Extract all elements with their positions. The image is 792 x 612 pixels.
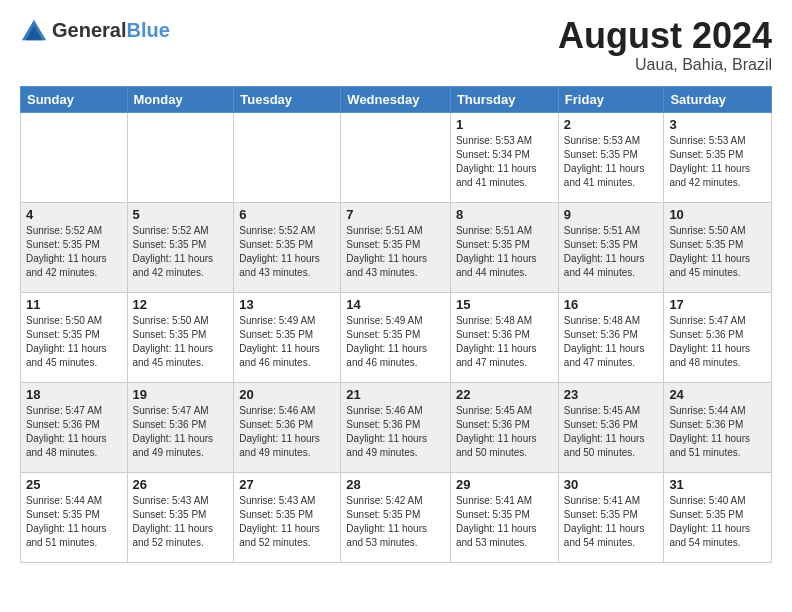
day-info: Sunrise: 5:46 AM Sunset: 5:36 PM Dayligh… bbox=[346, 404, 445, 460]
day-number: 10 bbox=[669, 207, 766, 222]
day-number: 22 bbox=[456, 387, 553, 402]
day-info: Sunrise: 5:49 AM Sunset: 5:35 PM Dayligh… bbox=[239, 314, 335, 370]
calendar-cell bbox=[127, 112, 234, 202]
header: GeneralBlue August 2024 Uaua, Bahia, Bra… bbox=[20, 16, 772, 74]
calendar-week-row-2: 4Sunrise: 5:52 AM Sunset: 5:35 PM Daylig… bbox=[21, 202, 772, 292]
day-info: Sunrise: 5:50 AM Sunset: 5:35 PM Dayligh… bbox=[26, 314, 122, 370]
header-tuesday: Tuesday bbox=[234, 86, 341, 112]
day-info: Sunrise: 5:52 AM Sunset: 5:35 PM Dayligh… bbox=[133, 224, 229, 280]
day-number: 18 bbox=[26, 387, 122, 402]
day-info: Sunrise: 5:41 AM Sunset: 5:35 PM Dayligh… bbox=[456, 494, 553, 550]
day-info: Sunrise: 5:53 AM Sunset: 5:35 PM Dayligh… bbox=[669, 134, 766, 190]
calendar-cell: 25Sunrise: 5:44 AM Sunset: 5:35 PM Dayli… bbox=[21, 472, 128, 562]
day-info: Sunrise: 5:50 AM Sunset: 5:35 PM Dayligh… bbox=[669, 224, 766, 280]
day-number: 15 bbox=[456, 297, 553, 312]
day-info: Sunrise: 5:45 AM Sunset: 5:36 PM Dayligh… bbox=[564, 404, 659, 460]
calendar-cell: 17Sunrise: 5:47 AM Sunset: 5:36 PM Dayli… bbox=[664, 292, 772, 382]
day-number: 25 bbox=[26, 477, 122, 492]
day-info: Sunrise: 5:42 AM Sunset: 5:35 PM Dayligh… bbox=[346, 494, 445, 550]
logo: GeneralBlue bbox=[20, 16, 170, 44]
calendar-week-row-5: 25Sunrise: 5:44 AM Sunset: 5:35 PM Dayli… bbox=[21, 472, 772, 562]
day-number: 1 bbox=[456, 117, 553, 132]
day-number: 9 bbox=[564, 207, 659, 222]
calendar-cell: 19Sunrise: 5:47 AM Sunset: 5:36 PM Dayli… bbox=[127, 382, 234, 472]
calendar-cell: 13Sunrise: 5:49 AM Sunset: 5:35 PM Dayli… bbox=[234, 292, 341, 382]
day-info: Sunrise: 5:48 AM Sunset: 5:36 PM Dayligh… bbox=[456, 314, 553, 370]
day-number: 20 bbox=[239, 387, 335, 402]
calendar-cell: 24Sunrise: 5:44 AM Sunset: 5:36 PM Dayli… bbox=[664, 382, 772, 472]
day-info: Sunrise: 5:44 AM Sunset: 5:35 PM Dayligh… bbox=[26, 494, 122, 550]
day-info: Sunrise: 5:48 AM Sunset: 5:36 PM Dayligh… bbox=[564, 314, 659, 370]
calendar-cell: 22Sunrise: 5:45 AM Sunset: 5:36 PM Dayli… bbox=[450, 382, 558, 472]
day-number: 14 bbox=[346, 297, 445, 312]
day-info: Sunrise: 5:53 AM Sunset: 5:34 PM Dayligh… bbox=[456, 134, 553, 190]
day-info: Sunrise: 5:51 AM Sunset: 5:35 PM Dayligh… bbox=[564, 224, 659, 280]
day-info: Sunrise: 5:46 AM Sunset: 5:36 PM Dayligh… bbox=[239, 404, 335, 460]
logo-general: General bbox=[52, 19, 126, 41]
day-number: 21 bbox=[346, 387, 445, 402]
day-number: 4 bbox=[26, 207, 122, 222]
calendar-cell: 15Sunrise: 5:48 AM Sunset: 5:36 PM Dayli… bbox=[450, 292, 558, 382]
day-info: Sunrise: 5:47 AM Sunset: 5:36 PM Dayligh… bbox=[26, 404, 122, 460]
day-number: 26 bbox=[133, 477, 229, 492]
logo-blue: Blue bbox=[126, 19, 169, 41]
day-info: Sunrise: 5:45 AM Sunset: 5:36 PM Dayligh… bbox=[456, 404, 553, 460]
header-sunday: Sunday bbox=[21, 86, 128, 112]
calendar-cell: 1Sunrise: 5:53 AM Sunset: 5:34 PM Daylig… bbox=[450, 112, 558, 202]
calendar-cell bbox=[234, 112, 341, 202]
calendar-cell: 8Sunrise: 5:51 AM Sunset: 5:35 PM Daylig… bbox=[450, 202, 558, 292]
day-number: 8 bbox=[456, 207, 553, 222]
header-monday: Monday bbox=[127, 86, 234, 112]
day-number: 28 bbox=[346, 477, 445, 492]
calendar-cell: 14Sunrise: 5:49 AM Sunset: 5:35 PM Dayli… bbox=[341, 292, 451, 382]
calendar-cell: 10Sunrise: 5:50 AM Sunset: 5:35 PM Dayli… bbox=[664, 202, 772, 292]
day-info: Sunrise: 5:52 AM Sunset: 5:35 PM Dayligh… bbox=[239, 224, 335, 280]
calendar-cell: 21Sunrise: 5:46 AM Sunset: 5:36 PM Dayli… bbox=[341, 382, 451, 472]
day-number: 11 bbox=[26, 297, 122, 312]
day-info: Sunrise: 5:53 AM Sunset: 5:35 PM Dayligh… bbox=[564, 134, 659, 190]
day-info: Sunrise: 5:49 AM Sunset: 5:35 PM Dayligh… bbox=[346, 314, 445, 370]
day-number: 12 bbox=[133, 297, 229, 312]
calendar-title: August 2024 bbox=[558, 16, 772, 56]
day-info: Sunrise: 5:51 AM Sunset: 5:35 PM Dayligh… bbox=[456, 224, 553, 280]
day-number: 16 bbox=[564, 297, 659, 312]
day-number: 3 bbox=[669, 117, 766, 132]
calendar-cell: 18Sunrise: 5:47 AM Sunset: 5:36 PM Dayli… bbox=[21, 382, 128, 472]
day-number: 5 bbox=[133, 207, 229, 222]
header-thursday: Thursday bbox=[450, 86, 558, 112]
calendar-cell: 2Sunrise: 5:53 AM Sunset: 5:35 PM Daylig… bbox=[558, 112, 664, 202]
day-info: Sunrise: 5:43 AM Sunset: 5:35 PM Dayligh… bbox=[133, 494, 229, 550]
day-number: 23 bbox=[564, 387, 659, 402]
calendar-cell: 4Sunrise: 5:52 AM Sunset: 5:35 PM Daylig… bbox=[21, 202, 128, 292]
day-info: Sunrise: 5:41 AM Sunset: 5:35 PM Dayligh… bbox=[564, 494, 659, 550]
day-info: Sunrise: 5:40 AM Sunset: 5:35 PM Dayligh… bbox=[669, 494, 766, 550]
calendar-cell: 30Sunrise: 5:41 AM Sunset: 5:35 PM Dayli… bbox=[558, 472, 664, 562]
day-number: 27 bbox=[239, 477, 335, 492]
title-block: August 2024 Uaua, Bahia, Brazil bbox=[558, 16, 772, 74]
calendar-cell: 29Sunrise: 5:41 AM Sunset: 5:35 PM Dayli… bbox=[450, 472, 558, 562]
day-info: Sunrise: 5:52 AM Sunset: 5:35 PM Dayligh… bbox=[26, 224, 122, 280]
calendar-week-row-4: 18Sunrise: 5:47 AM Sunset: 5:36 PM Dayli… bbox=[21, 382, 772, 472]
calendar-cell bbox=[21, 112, 128, 202]
calendar-table: Sunday Monday Tuesday Wednesday Thursday… bbox=[20, 86, 772, 563]
header-wednesday: Wednesday bbox=[341, 86, 451, 112]
day-number: 24 bbox=[669, 387, 766, 402]
calendar-cell: 7Sunrise: 5:51 AM Sunset: 5:35 PM Daylig… bbox=[341, 202, 451, 292]
day-info: Sunrise: 5:44 AM Sunset: 5:36 PM Dayligh… bbox=[669, 404, 766, 460]
day-number: 19 bbox=[133, 387, 229, 402]
calendar-cell: 11Sunrise: 5:50 AM Sunset: 5:35 PM Dayli… bbox=[21, 292, 128, 382]
header-friday: Friday bbox=[558, 86, 664, 112]
calendar-cell: 26Sunrise: 5:43 AM Sunset: 5:35 PM Dayli… bbox=[127, 472, 234, 562]
calendar-header-row: Sunday Monday Tuesday Wednesday Thursday… bbox=[21, 86, 772, 112]
day-info: Sunrise: 5:47 AM Sunset: 5:36 PM Dayligh… bbox=[669, 314, 766, 370]
day-number: 6 bbox=[239, 207, 335, 222]
calendar-cell bbox=[341, 112, 451, 202]
calendar-subtitle: Uaua, Bahia, Brazil bbox=[558, 56, 772, 74]
day-number: 30 bbox=[564, 477, 659, 492]
logo-icon bbox=[20, 16, 48, 44]
day-number: 13 bbox=[239, 297, 335, 312]
day-info: Sunrise: 5:47 AM Sunset: 5:36 PM Dayligh… bbox=[133, 404, 229, 460]
header-saturday: Saturday bbox=[664, 86, 772, 112]
calendar-cell: 20Sunrise: 5:46 AM Sunset: 5:36 PM Dayli… bbox=[234, 382, 341, 472]
calendar-cell: 6Sunrise: 5:52 AM Sunset: 5:35 PM Daylig… bbox=[234, 202, 341, 292]
